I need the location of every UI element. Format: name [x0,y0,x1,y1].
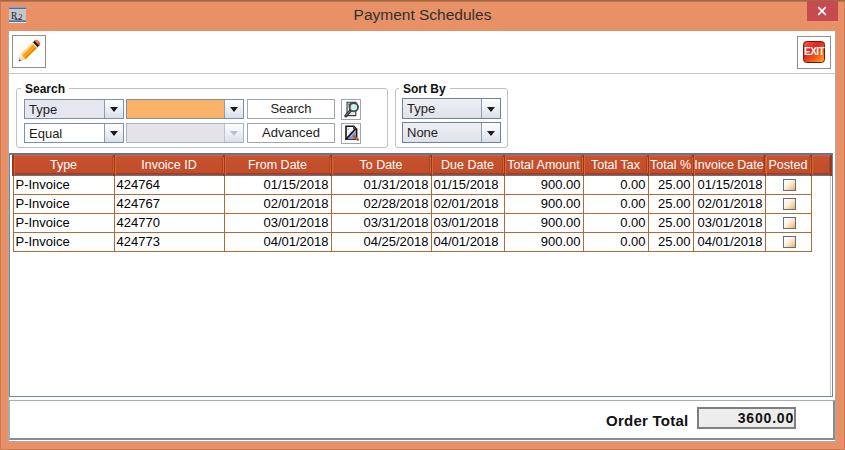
svg-text:2: 2 [19,13,23,22]
